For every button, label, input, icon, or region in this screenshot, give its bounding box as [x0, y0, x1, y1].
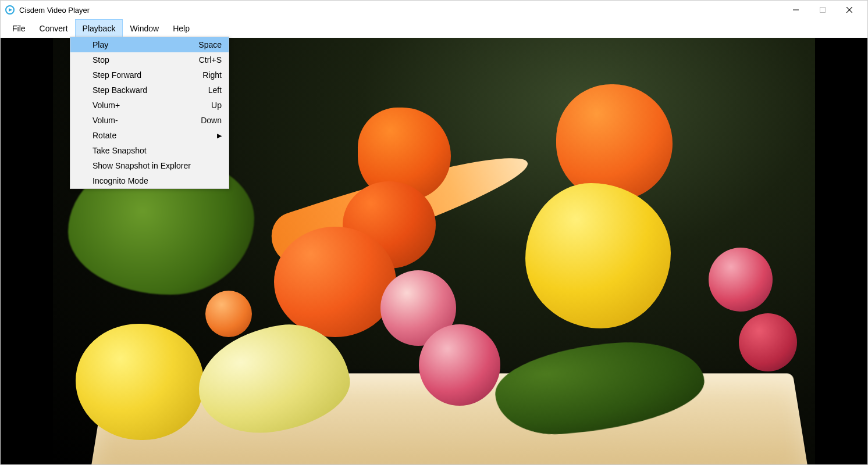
svg-rect-3: [820, 8, 826, 13]
maximize-button[interactable]: [809, 1, 836, 19]
menu-item-label: Show Snapshot in Explorer: [93, 161, 222, 170]
menu-item-volume-down[interactable]: Volum- Down: [70, 113, 229, 128]
menu-item-shortcut: Down: [201, 116, 222, 125]
menu-item-label: Volum-: [93, 116, 201, 125]
minimize-button[interactable]: [782, 1, 809, 19]
menu-item-shortcut: Left: [208, 85, 222, 95]
menu-item-label: Rotate: [93, 131, 222, 140]
menu-file[interactable]: File: [5, 19, 33, 38]
menu-item-rotate[interactable]: Rotate ▶: [70, 128, 229, 143]
submenu-arrow-icon: ▶: [217, 132, 222, 140]
title-bar: Cisdem Video Player: [1, 1, 867, 19]
menu-help[interactable]: Help: [166, 19, 197, 38]
menu-bar: File Convert Playback Window Help: [1, 19, 867, 38]
menu-item-label: Step Backward: [93, 85, 208, 95]
menu-item-volume-up[interactable]: Volum+ Up: [70, 98, 229, 113]
menu-item-label: Take Snapshot: [93, 146, 222, 155]
menu-item-label: Incognito Mode: [93, 176, 222, 185]
menu-item-incognito[interactable]: Incognito Mode: [70, 173, 229, 188]
menu-item-take-snapshot[interactable]: Take Snapshot: [70, 143, 229, 158]
menu-item-label: Stop: [93, 55, 199, 65]
menu-window[interactable]: Window: [123, 19, 166, 38]
app-title: Cisdem Video Player: [19, 6, 90, 15]
menu-item-stop[interactable]: Stop Ctrl+S: [70, 52, 229, 67]
menu-item-shortcut: Right: [202, 70, 222, 80]
playback-dropdown: Play Space Stop Ctrl+S Step Forward Righ…: [70, 37, 229, 189]
close-button[interactable]: [836, 1, 863, 19]
menu-item-show-snapshot[interactable]: Show Snapshot in Explorer: [70, 158, 229, 173]
app-icon: [5, 5, 15, 15]
menu-convert[interactable]: Convert: [33, 19, 75, 38]
menu-playback[interactable]: Playback: [75, 19, 123, 38]
menu-item-step-forward[interactable]: Step Forward Right: [70, 67, 229, 83]
menu-item-step-backward[interactable]: Step Backward Left: [70, 83, 229, 98]
menu-item-shortcut: Up: [211, 101, 222, 110]
menu-item-label: Volum+: [93, 101, 211, 110]
menu-item-label: Step Forward: [93, 70, 202, 80]
menu-item-shortcut: Ctrl+S: [199, 55, 222, 65]
menu-item-label: Play: [93, 40, 198, 49]
menu-item-play[interactable]: Play Space: [70, 37, 229, 52]
menu-item-shortcut: Space: [198, 40, 222, 49]
